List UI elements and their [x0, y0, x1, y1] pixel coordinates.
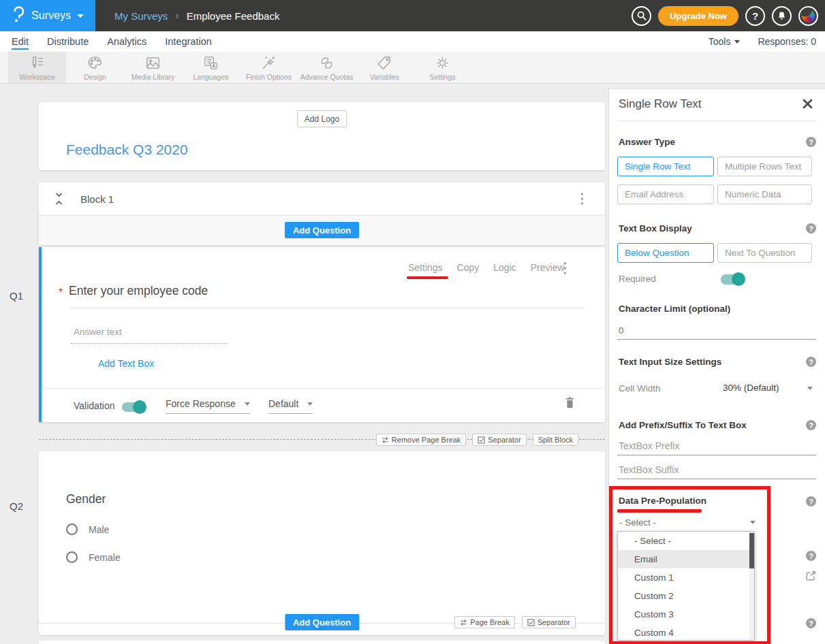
toolbar-finish-options[interactable]: Finish Options	[240, 52, 298, 83]
remove-page-break-label: Remove Page Break	[392, 436, 461, 444]
block-header: Block 1	[39, 182, 605, 216]
radio-male[interactable]	[66, 524, 78, 535]
survey-title[interactable]: Feedback Q3 2020	[66, 142, 188, 158]
block-menu-kebab-icon[interactable]	[580, 192, 587, 208]
force-response-select[interactable]: Force Response	[166, 398, 250, 414]
question-menu-kebab-icon[interactable]	[563, 261, 570, 278]
account-avatar[interactable]	[798, 6, 818, 26]
chevron-down-icon[interactable]	[807, 387, 813, 390]
textbox-prefix-field[interactable]: TextBox Prefix	[619, 440, 679, 451]
dropdown-option-custom4[interactable]: Custom 4	[618, 624, 754, 641]
breadcrumb: My Surveys › Employee Feedback	[114, 0, 279, 31]
question-1-card: Settings Copy Logic Preview * Enter your…	[39, 247, 605, 422]
answer-type-single-row[interactable]: Single Row Text	[617, 157, 714, 176]
validation-toggle[interactable]	[122, 402, 145, 412]
dropdown-option-select[interactable]: - Select -	[618, 532, 754, 550]
help-icon[interactable]: ?	[806, 223, 816, 234]
tab-distribute[interactable]: Distribute	[47, 31, 89, 52]
toolbar-variables[interactable]: Variables	[356, 52, 414, 83]
display-next-to-question[interactable]: Next To Question	[717, 243, 812, 263]
separator-button[interactable]: Separator	[472, 434, 526, 446]
checkbox-icon	[478, 436, 485, 444]
radio-female-label[interactable]: Female	[89, 552, 121, 563]
toolbar-label: Variables	[370, 73, 399, 81]
tab-settings[interactable]: Settings	[408, 262, 443, 273]
upgrade-now-button[interactable]: Upgrade Now	[658, 6, 738, 26]
close-icon[interactable]	[803, 99, 813, 112]
help-icon[interactable]: ?	[806, 420, 816, 430]
help-icon[interactable]: ?	[806, 137, 816, 147]
split-block-button[interactable]: Split Block	[533, 434, 578, 446]
required-toggle[interactable]	[721, 274, 744, 285]
tab-edit[interactable]: Edit	[12, 31, 29, 52]
dropdown-option-custom2[interactable]: Custom 2	[618, 587, 754, 605]
dropdown-scrollbar[interactable]	[749, 532, 754, 640]
separator-button[interactable]: Separator	[522, 616, 576, 628]
tab-analytics[interactable]: Analytics	[107, 31, 146, 52]
dropdown-option-custom1[interactable]: Custom 1	[618, 568, 754, 587]
breadcrumb-my-surveys[interactable]: My Surveys	[114, 10, 168, 22]
dropdown-option-custom3[interactable]: Custom 3	[618, 605, 754, 624]
dropdown-option-email[interactable]: Email	[618, 550, 754, 568]
product-menu[interactable]: Surveys	[0, 0, 95, 31]
toolbar-settings[interactable]: Settings	[414, 52, 471, 83]
help-icon[interactable]: ?	[806, 618, 816, 628]
search-button[interactable]	[632, 6, 651, 26]
collapse-block-icon[interactable]	[55, 192, 63, 208]
help-icon[interactable]: ?	[806, 357, 816, 367]
cell-width-select[interactable]: 30% (Default)	[723, 383, 779, 393]
default-select[interactable]: Default	[268, 398, 313, 414]
data-prepopulation-select[interactable]: - Select -	[619, 517, 656, 528]
page-break-icon	[382, 436, 389, 444]
toolbar-advance-quotas[interactable]: Advance Quotas	[298, 52, 356, 83]
tools-menu[interactable]: Tools	[709, 36, 741, 47]
suffix-field-underline	[617, 479, 816, 479]
toolbar-languages[interactable]: Languages	[182, 52, 240, 83]
toolbar-items: Workspace Design Media Library Languages…	[8, 52, 471, 83]
help-button[interactable]: ?	[745, 6, 765, 26]
external-link-icon[interactable]	[805, 570, 816, 584]
toolbar-design[interactable]: Design	[66, 52, 124, 83]
add-logo-button[interactable]: Add Logo	[297, 110, 347, 127]
tab-integration[interactable]: Integration	[165, 31, 212, 52]
toolbar-media-library[interactable]: Media Library	[124, 52, 182, 83]
prefix-field-underline	[617, 455, 816, 455]
help-icon[interactable]: ?	[806, 496, 816, 506]
answer-type-multiple-rows[interactable]: Multiple Rows Text	[717, 157, 812, 176]
question-1-title[interactable]: Enter your employee code	[69, 284, 208, 298]
dropdown-scrollbar-thumb[interactable]	[749, 533, 754, 568]
tab-logic[interactable]: Logic	[493, 262, 516, 273]
page-break-button[interactable]: Page Break	[454, 616, 514, 628]
help-icon[interactable]: ?	[806, 551, 816, 561]
notifications-button[interactable]	[772, 6, 792, 26]
prefix-suffix-label: Add Prefix/Suffix To Text Box	[619, 420, 747, 430]
answer-type-email[interactable]: Email Address	[617, 184, 714, 204]
display-below-question[interactable]: Below Question	[617, 243, 714, 263]
radio-female[interactable]	[66, 551, 78, 563]
add-question-button[interactable]: Add Question	[285, 614, 359, 630]
question-2-title[interactable]: Gender	[66, 492, 106, 506]
question-action-tabs: Settings Copy Logic Preview	[408, 262, 565, 273]
answer-text-placeholder[interactable]: Answer text	[74, 327, 122, 337]
tab-preview[interactable]: Preview	[531, 262, 565, 273]
top-bar: Surveys My Surveys › Employee Feedback U…	[0, 0, 825, 31]
responses-count[interactable]: Responses: 0	[758, 36, 816, 47]
settings-icon	[434, 54, 451, 71]
add-text-box-link[interactable]: Add Text Box	[98, 358, 154, 369]
toolbar-workspace[interactable]: Workspace	[8, 52, 66, 83]
character-limit-value[interactable]: 0	[619, 325, 624, 336]
remove-page-break-button[interactable]: Remove Page Break	[376, 434, 467, 446]
answer-type-numeric[interactable]: Numeric Data	[717, 184, 812, 204]
design-icon	[87, 54, 104, 71]
radio-male-label[interactable]: Male	[89, 524, 109, 535]
chevron-down-icon[interactable]	[750, 521, 756, 524]
tab-copy[interactable]: Copy	[457, 262, 480, 273]
textbox-suffix-field[interactable]: TextBox Suffix	[619, 464, 679, 475]
cell-width-label: Cell Width	[619, 383, 661, 393]
breadcrumb-current: Employee Feedback	[187, 10, 280, 22]
default-label: Default	[268, 398, 298, 409]
delete-question-trash-icon[interactable]	[565, 396, 575, 412]
add-question-button[interactable]: Add Question	[285, 222, 359, 238]
block-card: Block 1 Add Question	[39, 182, 605, 245]
block-title[interactable]: Block 1	[80, 193, 114, 205]
